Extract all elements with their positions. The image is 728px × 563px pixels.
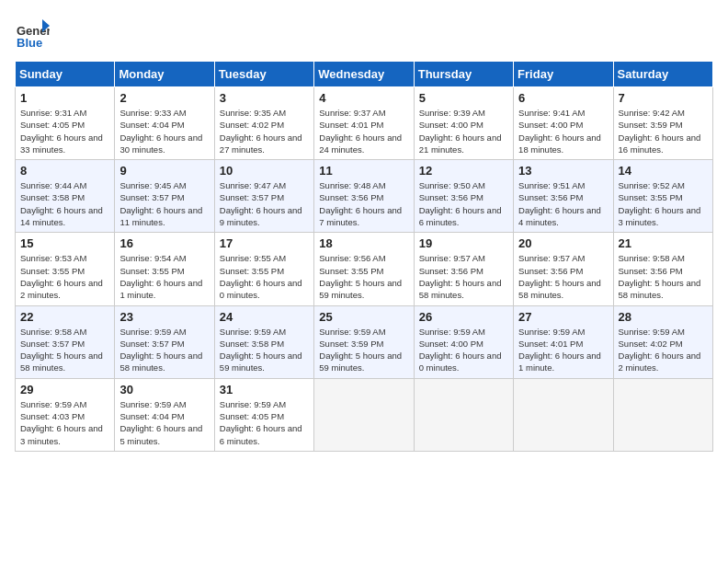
day-info: Sunrise: 9:52 AMSunset: 3:55 PMDaylight:… xyxy=(619,179,708,228)
day-number: 18 xyxy=(319,236,408,250)
calendar-cell: 20Sunrise: 9:57 AMSunset: 3:56 PMDayligh… xyxy=(514,233,613,305)
week-row-5: 29Sunrise: 9:59 AMSunset: 4:03 PMDayligh… xyxy=(16,378,713,451)
weekday-sunday: Sunday xyxy=(16,62,115,87)
day-info: Sunrise: 9:37 AMSunset: 4:01 PMDaylight:… xyxy=(319,107,408,155)
day-number: 19 xyxy=(419,236,508,250)
calendar-cell: 5Sunrise: 9:39 AMSunset: 4:00 PMDaylight… xyxy=(414,87,513,160)
day-number: 4 xyxy=(319,91,408,105)
calendar-cell: 3Sunrise: 9:35 AMSunset: 4:02 PMDaylight… xyxy=(214,87,313,160)
day-info: Sunrise: 9:53 AMSunset: 3:55 PMDaylight:… xyxy=(20,252,109,301)
svg-text:Blue: Blue xyxy=(17,36,42,50)
day-number: 1 xyxy=(20,91,109,105)
weekday-saturday: Saturday xyxy=(613,62,712,87)
day-number: 30 xyxy=(119,383,209,396)
day-info: Sunrise: 9:51 AMSunset: 3:56 PMDaylight:… xyxy=(518,179,608,228)
day-info: Sunrise: 9:33 AMSunset: 4:04 PMDaylight:… xyxy=(119,107,209,155)
calendar-cell: 2Sunrise: 9:33 AMSunset: 4:04 PMDaylight… xyxy=(115,87,214,160)
day-info: Sunrise: 9:56 AMSunset: 3:55 PMDaylight:… xyxy=(319,252,408,301)
day-number: 31 xyxy=(220,383,309,396)
calendar-cell: 11Sunrise: 9:48 AMSunset: 3:56 PMDayligh… xyxy=(314,160,414,233)
calendar-cell: 4Sunrise: 9:37 AMSunset: 4:01 PMDaylight… xyxy=(314,87,414,160)
day-info: Sunrise: 9:48 AMSunset: 3:56 PMDaylight:… xyxy=(319,179,408,228)
day-info: Sunrise: 9:59 AMSunset: 4:04 PMDaylight:… xyxy=(119,398,209,447)
calendar-cell: 31Sunrise: 9:59 AMSunset: 4:05 PMDayligh… xyxy=(214,378,313,451)
calendar-cell: 15Sunrise: 9:53 AMSunset: 3:55 PMDayligh… xyxy=(16,233,115,305)
calendar-table: SundayMondayTuesdayWednesdayThursdayFrid… xyxy=(15,61,713,452)
day-number: 24 xyxy=(220,310,309,324)
day-number: 11 xyxy=(319,164,408,178)
day-info: Sunrise: 9:59 AMSunset: 4:03 PMDaylight:… xyxy=(20,398,109,447)
weekday-header-row: SundayMondayTuesdayWednesdayThursdayFrid… xyxy=(16,62,713,87)
day-info: Sunrise: 9:59 AMSunset: 4:05 PMDaylight:… xyxy=(220,398,309,447)
day-info: Sunrise: 9:55 AMSunset: 3:55 PMDaylight:… xyxy=(220,252,309,301)
calendar-cell: 12Sunrise: 9:50 AMSunset: 3:56 PMDayligh… xyxy=(414,160,513,233)
day-info: Sunrise: 9:58 AMSunset: 3:57 PMDaylight:… xyxy=(20,326,109,374)
day-info: Sunrise: 9:57 AMSunset: 3:56 PMDaylight:… xyxy=(518,252,608,301)
day-info: Sunrise: 9:54 AMSunset: 3:55 PMDaylight:… xyxy=(119,252,209,301)
day-number: 23 xyxy=(119,310,209,324)
day-info: Sunrise: 9:41 AMSunset: 4:00 PMDaylight:… xyxy=(518,107,608,155)
day-number: 7 xyxy=(619,91,708,105)
day-number: 17 xyxy=(220,236,309,250)
day-info: Sunrise: 9:57 AMSunset: 3:56 PMDaylight:… xyxy=(419,252,508,301)
page-header: General Blue xyxy=(15,15,713,50)
day-number: 29 xyxy=(20,383,109,396)
calendar-cell: 9Sunrise: 9:45 AMSunset: 3:57 PMDaylight… xyxy=(115,160,214,233)
day-number: 27 xyxy=(518,310,608,324)
day-number: 15 xyxy=(20,236,109,250)
calendar-cell: 14Sunrise: 9:52 AMSunset: 3:55 PMDayligh… xyxy=(613,160,712,233)
day-info: Sunrise: 9:45 AMSunset: 3:57 PMDaylight:… xyxy=(119,179,209,228)
weekday-tuesday: Tuesday xyxy=(214,62,313,87)
day-info: Sunrise: 9:59 AMSunset: 4:02 PMDaylight:… xyxy=(619,326,708,374)
day-number: 22 xyxy=(20,310,109,324)
day-number: 2 xyxy=(119,91,209,105)
day-number: 28 xyxy=(619,310,708,324)
calendar-cell: 17Sunrise: 9:55 AMSunset: 3:55 PMDayligh… xyxy=(214,233,313,305)
day-info: Sunrise: 9:42 AMSunset: 3:59 PMDaylight:… xyxy=(619,107,708,155)
calendar-cell: 24Sunrise: 9:59 AMSunset: 3:58 PMDayligh… xyxy=(214,305,313,378)
day-info: Sunrise: 9:35 AMSunset: 4:02 PMDaylight:… xyxy=(220,107,309,155)
day-info: Sunrise: 9:59 AMSunset: 4:00 PMDaylight:… xyxy=(419,326,508,374)
calendar-cell: 22Sunrise: 9:58 AMSunset: 3:57 PMDayligh… xyxy=(16,305,115,378)
calendar-cell: 13Sunrise: 9:51 AMSunset: 3:56 PMDayligh… xyxy=(514,160,613,233)
day-number: 6 xyxy=(518,91,608,105)
day-info: Sunrise: 9:59 AMSunset: 3:57 PMDaylight:… xyxy=(119,326,209,374)
week-row-4: 22Sunrise: 9:58 AMSunset: 3:57 PMDayligh… xyxy=(16,305,713,378)
calendar-cell: 28Sunrise: 9:59 AMSunset: 4:02 PMDayligh… xyxy=(613,305,712,378)
day-info: Sunrise: 9:39 AMSunset: 4:00 PMDaylight:… xyxy=(419,107,508,155)
day-number: 21 xyxy=(619,236,708,250)
calendar-cell: 16Sunrise: 9:54 AMSunset: 3:55 PMDayligh… xyxy=(115,233,214,305)
calendar-cell: 8Sunrise: 9:44 AMSunset: 3:58 PMDaylight… xyxy=(16,160,115,233)
day-number: 26 xyxy=(419,310,508,324)
day-number: 9 xyxy=(119,164,209,178)
calendar-cell: 25Sunrise: 9:59 AMSunset: 3:59 PMDayligh… xyxy=(314,305,414,378)
day-number: 25 xyxy=(319,310,408,324)
calendar-cell: 6Sunrise: 9:41 AMSunset: 4:00 PMDaylight… xyxy=(514,87,613,160)
day-number: 5 xyxy=(419,91,508,105)
logo: General Blue xyxy=(15,15,53,50)
calendar-cell: 23Sunrise: 9:59 AMSunset: 3:57 PMDayligh… xyxy=(115,305,214,378)
calendar-cell: 7Sunrise: 9:42 AMSunset: 3:59 PMDaylight… xyxy=(613,87,712,160)
weekday-monday: Monday xyxy=(115,62,214,87)
calendar-cell xyxy=(613,378,712,451)
week-row-2: 8Sunrise: 9:44 AMSunset: 3:58 PMDaylight… xyxy=(16,160,713,233)
day-number: 3 xyxy=(220,91,309,105)
weekday-wednesday: Wednesday xyxy=(314,62,414,87)
day-info: Sunrise: 9:47 AMSunset: 3:57 PMDaylight:… xyxy=(220,179,309,228)
day-info: Sunrise: 9:31 AMSunset: 4:05 PMDaylight:… xyxy=(20,107,109,155)
day-number: 16 xyxy=(119,236,209,250)
calendar-cell: 10Sunrise: 9:47 AMSunset: 3:57 PMDayligh… xyxy=(214,160,313,233)
day-info: Sunrise: 9:59 AMSunset: 3:58 PMDaylight:… xyxy=(220,326,309,374)
calendar-cell: 18Sunrise: 9:56 AMSunset: 3:55 PMDayligh… xyxy=(314,233,414,305)
week-row-3: 15Sunrise: 9:53 AMSunset: 3:55 PMDayligh… xyxy=(16,233,713,305)
calendar-cell xyxy=(514,378,613,451)
weekday-thursday: Thursday xyxy=(414,62,513,87)
weekday-friday: Friday xyxy=(514,62,613,87)
day-number: 20 xyxy=(518,236,608,250)
calendar-cell: 29Sunrise: 9:59 AMSunset: 4:03 PMDayligh… xyxy=(16,378,115,451)
day-number: 14 xyxy=(619,164,708,178)
day-number: 8 xyxy=(20,164,109,178)
calendar-cell: 30Sunrise: 9:59 AMSunset: 4:04 PMDayligh… xyxy=(115,378,214,451)
calendar-cell: 19Sunrise: 9:57 AMSunset: 3:56 PMDayligh… xyxy=(414,233,513,305)
day-number: 12 xyxy=(419,164,508,178)
